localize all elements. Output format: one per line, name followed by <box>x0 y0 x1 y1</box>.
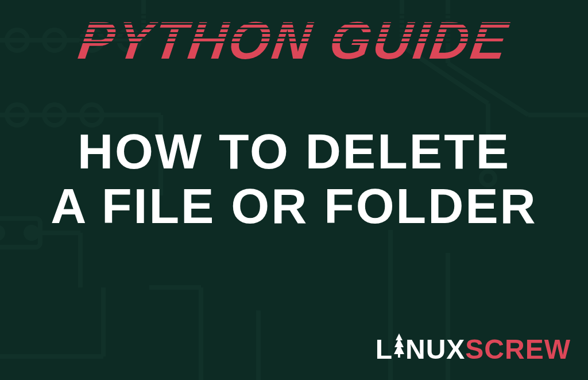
header-label: PYTHON GUIDE <box>75 14 512 67</box>
main-title: HOW TO DELETE A FILE OR FOLDER <box>51 124 537 233</box>
header-label-text: PYTHON GUIDE <box>75 14 512 67</box>
logo-part-nux: NUX <box>405 333 465 365</box>
logo-part-screw: SCREW <box>465 333 571 365</box>
main-title-line2: A FILE OR FOLDER <box>51 179 537 233</box>
logo-part-l: L <box>376 333 393 365</box>
linuxscrew-logo: L NUX SCREW <box>376 333 571 365</box>
svg-rect-31 <box>398 354 400 358</box>
content-container: PYTHON GUIDE HOW TO DELETE A FILE OR FOL… <box>0 0 588 380</box>
main-title-line1: HOW TO DELETE <box>51 124 537 179</box>
